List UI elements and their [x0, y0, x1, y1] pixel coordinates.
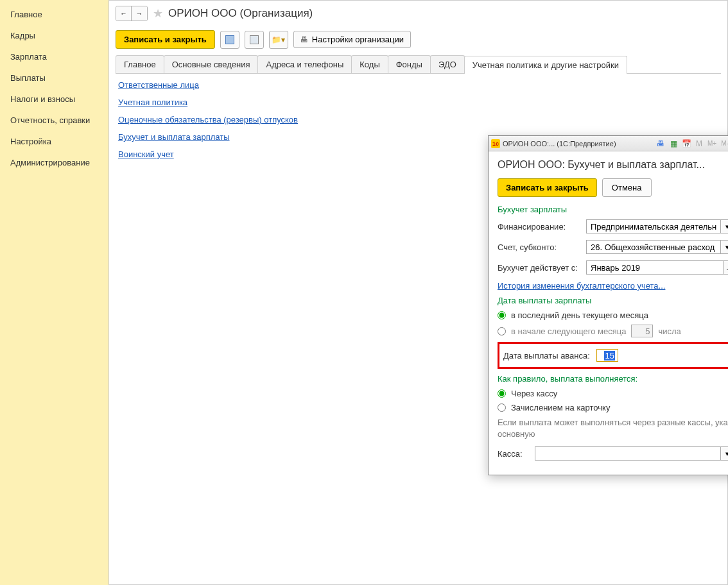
next-month-suffix: числа [658, 326, 680, 336]
org-settings-label: Настройки организации [312, 35, 404, 44]
since-more-button[interactable]: … [724, 260, 728, 275]
mminus-button[interactable]: M- [720, 139, 728, 149]
next-month-day-input[interactable] [631, 325, 653, 337]
dialog-heading: ОРИОН ООО: Бухучет и выплата зарплат... [498, 159, 728, 171]
tab-edo[interactable]: ЭДО [430, 55, 465, 73]
sidebar-item-personnel[interactable]: Кадры [0, 25, 108, 46]
financing-dropdown-button[interactable]: ▾ [721, 219, 728, 233]
sidebar-item-settings[interactable]: Настройка [0, 131, 108, 152]
sidebar-item-admin[interactable]: Администрирование [0, 152, 108, 173]
arrow-right-icon: → [136, 10, 143, 17]
attach-button[interactable]: 📁▾ [269, 31, 288, 49]
since-input[interactable] [586, 260, 724, 275]
kassa-input[interactable] [535, 446, 721, 461]
kassa-hint: Если выплата может выполняться через раз… [498, 417, 728, 440]
financing-label: Финансирование: [498, 222, 581, 232]
folder-icon: 📁▾ [272, 35, 285, 44]
calendar-icon[interactable]: 📅 [681, 139, 691, 149]
dialog-cancel-button[interactable]: Отмена [602, 178, 652, 197]
tab-policy[interactable]: Учетная политика и другие настройки [464, 56, 627, 74]
tab-addresses[interactable]: Адреса и телефоны [257, 55, 352, 73]
financing-input[interactable] [586, 219, 721, 233]
save-close-button[interactable]: Записать и закрыть [116, 30, 215, 49]
radio-card-label: Зачислением на карточку [511, 403, 610, 412]
main-area: ← → ★ ОРИОН ООО (Организация) Записать и… [109, 0, 728, 585]
sidebar-item-payments[interactable]: Выплаты [0, 67, 108, 89]
org-settings-button[interactable]: 🖶 Настройки организации [293, 31, 411, 48]
section-method-title: Как правило, выплата выполняется: [498, 374, 728, 384]
sidebar-item-taxes[interactable]: Налоги и взносы [0, 89, 108, 110]
dialog-titlebar: 1c ОРИОН ООО:... (1С:Предприятие) 🖶 ▦ 📅 … [489, 136, 728, 151]
since-label: Бухучет действует с: [498, 263, 581, 273]
back-button[interactable]: ← [116, 6, 132, 21]
m-button[interactable]: M [694, 139, 704, 149]
app-icon: 1c [491, 139, 500, 148]
radio-next-month-label: в начале следующего месяца [511, 326, 626, 336]
radio-last-day[interactable] [498, 311, 506, 319]
tab-basic-info[interactable]: Основные сведения [164, 55, 259, 73]
radio-cash[interactable] [498, 389, 506, 398]
link-responsible[interactable]: Ответственные лица [118, 80, 718, 90]
calc-icon[interactable]: ▦ [668, 139, 679, 149]
page-title: ОРИОН ООО (Организация) [168, 7, 313, 20]
nav-group: ← → [116, 6, 148, 21]
link-policy[interactable]: Учетная политика [118, 98, 718, 107]
diskette-icon [225, 35, 234, 44]
advance-highlight: Дата выплаты аванса: 15 [498, 342, 728, 369]
account-dropdown-button[interactable]: ▾ [721, 240, 728, 254]
sidebar-item-salary[interactable]: Зарплата [0, 46, 108, 67]
tab-codes[interactable]: Коды [351, 55, 388, 73]
save-button[interactable] [220, 31, 239, 49]
kassa-label: Касса: [498, 449, 530, 459]
list-icon [250, 35, 259, 44]
tabs: Главное Основные сведения Адреса и телеф… [116, 55, 721, 74]
link-reserves[interactable]: Оценочные обязательства (резервы) отпуск… [118, 115, 718, 124]
tab-main[interactable]: Главное [116, 55, 164, 73]
radio-next-month[interactable] [498, 327, 506, 335]
radio-card[interactable] [498, 403, 506, 412]
dialog-accounting-salary: 1c ОРИОН ООО:... (1С:Предприятие) 🖶 ▦ 📅 … [488, 135, 728, 475]
radio-cash-label: Через кассу [511, 389, 557, 398]
advance-input[interactable]: 15 [596, 349, 618, 362]
advance-label: Дата выплаты аванса: [503, 351, 590, 360]
history-link[interactable]: История изменения бухгалтерского учета..… [498, 281, 728, 291]
section-accounting-title: Бухучет зарплаты [498, 205, 728, 214]
print-icon: 🖶 [300, 35, 308, 44]
radio-last-day-label: в последний день текущего месяца [511, 310, 648, 320]
print-icon[interactable]: 🖶 [655, 139, 666, 149]
mplus-button[interactable]: M+ [707, 139, 717, 149]
account-label: Счет, субконто: [498, 242, 581, 252]
section-paydate-title: Дата выплаты зарплаты [498, 296, 728, 305]
account-input[interactable] [586, 240, 721, 254]
tab-funds[interactable]: Фонды [388, 55, 431, 73]
sidebar: Главное Кадры Зарплата Выплаты Налоги и … [0, 0, 109, 585]
arrow-left-icon: ← [120, 10, 127, 17]
favorite-icon[interactable]: ★ [153, 6, 163, 21]
dialog-titlebar-text: ОРИОН ООО:... (1С:Предприятие) [503, 140, 653, 148]
list-button[interactable] [245, 31, 264, 49]
dialog-save-close-button[interactable]: Записать и закрыть [498, 178, 597, 197]
kassa-dropdown-button[interactable]: ▾ [721, 446, 728, 461]
forward-button[interactable]: → [132, 6, 147, 21]
sidebar-item-main[interactable]: Главное [0, 4, 108, 25]
sidebar-item-reports[interactable]: Отчетность, справки [0, 110, 108, 131]
